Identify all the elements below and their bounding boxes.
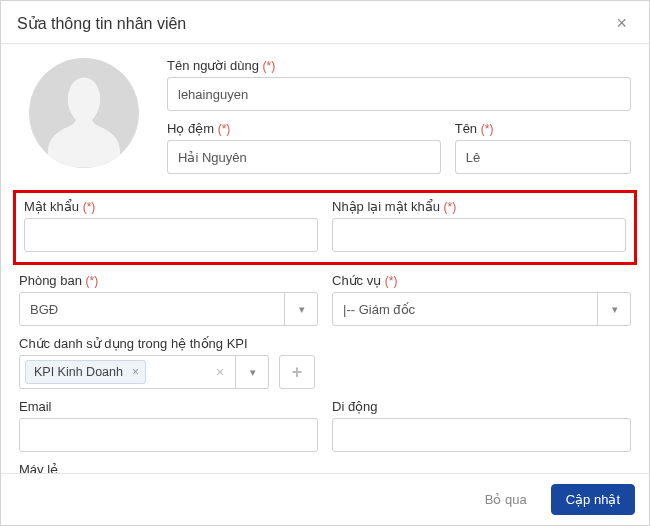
position-group: Chức vụ (*) ▾ [332, 273, 631, 326]
add-kpi-button[interactable]: + [279, 355, 315, 389]
modal-footer: Bỏ qua Cập nhật [1, 473, 649, 525]
avatar-column [19, 58, 149, 184]
department-value[interactable] [19, 292, 318, 326]
avatar-placeholder[interactable] [29, 58, 139, 168]
lastname-input[interactable] [167, 140, 441, 174]
username-label-text: Tên người dùng [167, 58, 259, 73]
close-button[interactable]: × [610, 13, 633, 33]
tag-remove-icon[interactable]: × [132, 365, 139, 379]
submit-button[interactable]: Cập nhật [551, 484, 635, 515]
kpi-group: Chức danh sử dụng trong hệ thống KPI KPI… [19, 336, 631, 389]
lastname-group: Họ đệm (*) [167, 121, 441, 174]
password-again-label: Nhập lại mật khẩu (*) [332, 199, 626, 214]
password-again-input[interactable] [332, 218, 626, 252]
department-label: Phòng ban (*) [19, 273, 318, 288]
password-again-group: Nhập lại mật khẩu (*) [332, 199, 626, 252]
modal-title: Sửa thông tin nhân viên [17, 14, 186, 33]
landline-label: Máy lẻ [19, 462, 319, 473]
password-label-text: Mật khẩu [24, 199, 79, 214]
password-group: Mật khẩu (*) [24, 199, 318, 252]
close-icon: × [616, 13, 627, 33]
password-highlight-box: Mật khẩu (*) Nhập lại mật khẩu (*) [13, 190, 637, 265]
lastname-label-text: Họ đệm [167, 121, 214, 136]
mobile-group: Di động [332, 399, 631, 452]
clear-icon[interactable]: × [211, 355, 229, 389]
landline-group: Máy lẻ [19, 462, 319, 473]
position-select[interactable]: ▾ [332, 292, 631, 326]
email-group: Email [19, 399, 318, 452]
kpi-tag-text: KPI Kinh Doanh [34, 365, 123, 379]
modal-body[interactable]: Tên người dùng (*) Họ đệm (*) [1, 44, 649, 473]
modal-header: Sửa thông tin nhân viên × [1, 1, 649, 44]
required-mark: (*) [481, 122, 494, 136]
username-group: Tên người dùng (*) [167, 58, 631, 111]
mobile-input[interactable] [332, 418, 631, 452]
required-mark: (*) [218, 122, 231, 136]
password-again-label-text: Nhập lại mật khẩu [332, 199, 440, 214]
username-input[interactable] [167, 77, 631, 111]
kpi-label: Chức danh sử dụng trong hệ thống KPI [19, 336, 631, 351]
required-mark: (*) [86, 274, 99, 288]
position-label-text: Chức vụ [332, 273, 381, 288]
modal-dialog: Sửa thông tin nhân viên × Tên người dùng… [0, 0, 650, 526]
department-group: Phòng ban (*) ▾ [19, 273, 318, 326]
department-select[interactable]: ▾ [19, 292, 318, 326]
password-label: Mật khẩu (*) [24, 199, 318, 214]
required-mark: (*) [385, 274, 398, 288]
position-value[interactable] [332, 292, 631, 326]
plus-icon: + [292, 362, 303, 383]
user-silhouette-icon [39, 68, 129, 168]
email-label: Email [19, 399, 318, 414]
firstname-group: Tên (*) [455, 121, 631, 174]
username-label: Tên người dùng (*) [167, 58, 631, 73]
top-fields: Tên người dùng (*) Họ đệm (*) [167, 58, 631, 184]
firstname-input[interactable] [455, 140, 631, 174]
firstname-label-text: Tên [455, 121, 477, 136]
kpi-tag[interactable]: KPI Kinh Doanh × [25, 360, 146, 384]
lastname-label: Họ đệm (*) [167, 121, 441, 136]
required-mark: (*) [83, 200, 96, 214]
firstname-label: Tên (*) [455, 121, 631, 136]
skip-button[interactable]: Bỏ qua [471, 485, 541, 514]
required-mark: (*) [444, 200, 457, 214]
position-label: Chức vụ (*) [332, 273, 631, 288]
required-mark: (*) [263, 59, 276, 73]
department-label-text: Phòng ban [19, 273, 82, 288]
email-input[interactable] [19, 418, 318, 452]
password-input[interactable] [24, 218, 318, 252]
kpi-select[interactable]: KPI Kinh Doanh × × ▾ [19, 355, 269, 389]
mobile-label: Di động [332, 399, 631, 414]
